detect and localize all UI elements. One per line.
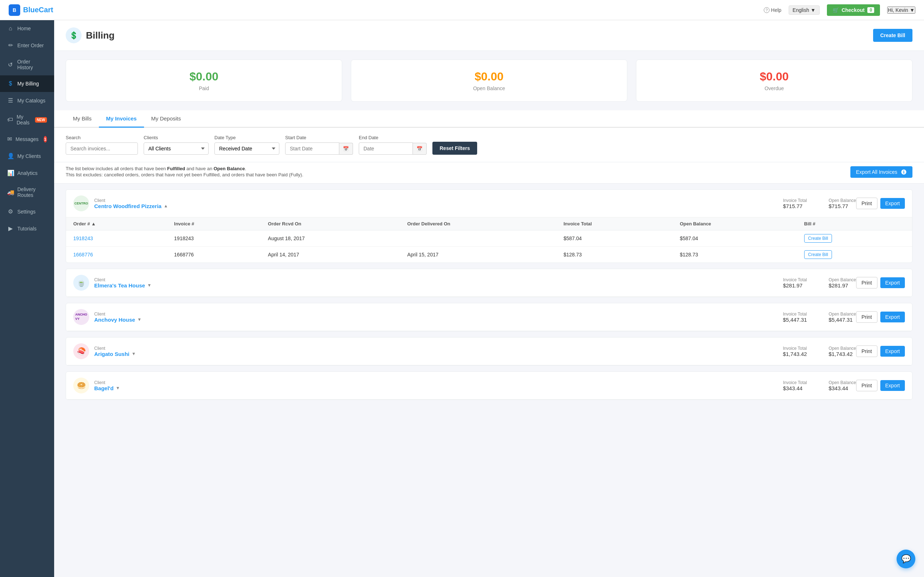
client-actions-anchovy: Print Export [856, 311, 905, 323]
start-date-calendar-button[interactable]: 📅 [339, 143, 353, 155]
clients-label: Clients [144, 135, 208, 140]
sidebar-item-tutorials[interactable]: ▶ Tutorials [0, 220, 54, 237]
client-info-arigato: Client Arigato Sushi ▼ [94, 346, 783, 357]
order-link-1918243[interactable]: 1918243 [73, 235, 93, 241]
client-name-arigato[interactable]: Arigato Sushi ▼ [94, 351, 783, 357]
start-date-wrap: 📅 [285, 142, 353, 155]
invoice-list: CENTRO Client Centro Woodfired Pizzeria … [54, 189, 924, 411]
tutorials-icon: ▶ [7, 225, 14, 232]
delivery-icon: 🚚 [7, 189, 14, 196]
table-row: 1668776 1668776 April 14, 2017 April 15,… [66, 247, 912, 263]
sidebar-item-home[interactable]: ⌂ Home [0, 20, 54, 37]
create-bill-small-1668776[interactable]: Create Bill [804, 250, 832, 259]
client-stats-elmeras: Invoice Total $281.97 Open Balance $281.… [783, 277, 856, 288]
sidebar-item-messages[interactable]: ✉ Messages 1 [0, 131, 54, 148]
paid-amount: $0.00 [76, 70, 332, 83]
deals-icon: 🏷 [7, 116, 13, 123]
start-date-label: Start Date [285, 135, 353, 140]
print-button-elmeras[interactable]: Print [856, 277, 877, 288]
chat-button[interactable]: 💬 [897, 550, 915, 568]
col-invoice-total: Invoice Total [556, 218, 672, 230]
print-button-arigato[interactable]: Print [856, 345, 877, 357]
sidebar-item-enter-order[interactable]: ✏ Enter Order [0, 37, 54, 54]
sidebar-item-my-billing[interactable]: $ My Billing [0, 76, 54, 92]
client-stats-centro: Invoice Total $715.77 Open Balance $715.… [783, 198, 856, 209]
open-balance-amount: $0.00 [361, 70, 617, 83]
logo-section: B BlueCart [9, 4, 53, 16]
billing-icon: $ [7, 81, 14, 87]
clients-select[interactable]: All Clients [144, 142, 208, 155]
client-stats-bageld: Invoice Total $343.44 Open Balance $343.… [783, 380, 856, 391]
open-balance-card: $0.00 Open Balance [351, 60, 627, 102]
client-name-centro[interactable]: Centro Woodfired Pizzeria ▲ [94, 203, 783, 209]
client-group-anchovy: ANCHOVY Client Anchovy House ▼ Invoice T… [66, 303, 913, 331]
tab-my-deposits[interactable]: My Deposits [144, 110, 188, 128]
sidebar-item-analytics[interactable]: 📊 Analytics [0, 164, 54, 181]
user-menu-button[interactable]: Hi, Kevin ▼ [887, 6, 915, 14]
sidebar-label-messages: Messages [16, 136, 39, 142]
print-button-bageld[interactable]: Print [856, 380, 877, 391]
rcvd-date-1668776: April 14, 2017 [261, 247, 400, 263]
export-button-arigato[interactable]: Export [880, 346, 905, 357]
client-header-elmeras: 🍵 Client Elmera's Tea House ▼ Invoice To… [66, 269, 912, 297]
table-row: 1918243 1918243 August 18, 2017 $587.04 … [66, 230, 912, 247]
sidebar-item-my-catalogs[interactable]: ☰ My Catalogs [0, 92, 54, 109]
export-button-elmeras[interactable]: Export [880, 277, 905, 288]
info-line2: This list excludes: cancelled orders, or… [66, 172, 303, 177]
create-bill-small-1918243[interactable]: Create Bill [804, 234, 832, 243]
help-label: Help [771, 7, 782, 13]
date-type-select[interactable]: Received Date [215, 142, 279, 155]
client-name-bageld[interactable]: Bagel'd ▼ [94, 385, 783, 391]
chevron-down-icon: ▼ [116, 385, 120, 390]
client-avatar-bageld: 🥯 [73, 377, 89, 393]
client-stats-arigato: Invoice Total $1,743.42 Open Balance $1,… [783, 346, 856, 357]
client-header-centro: CENTRO Client Centro Woodfired Pizzeria … [66, 190, 912, 218]
print-button-centro[interactable]: Print [856, 198, 877, 209]
create-bill-button[interactable]: Create Bill [873, 29, 913, 42]
export-all-invoices-button[interactable]: Export All Invoices ℹ [850, 166, 913, 178]
tab-my-bills[interactable]: My Bills [66, 110, 99, 128]
paid-card: $0.00 Paid [66, 60, 342, 102]
main-layout: ⌂ Home ✏ Enter Order ↺ Order History $ M… [0, 20, 924, 577]
help-icon: ? [764, 7, 769, 13]
sidebar-label-delivery-routes: Delivery Routes [17, 187, 47, 198]
checkout-count: 0 [867, 7, 874, 13]
chevron-down-icon: ▼ [811, 7, 816, 13]
client-actions-arigato: Print Export [856, 345, 905, 357]
home-icon: ⌂ [7, 25, 14, 32]
end-date-calendar-button[interactable]: 📅 [413, 143, 426, 155]
sidebar-item-my-deals[interactable]: 🏷 My Deals NEW [0, 109, 54, 131]
sidebar-item-my-clients[interactable]: 👤 My Clients [0, 148, 54, 164]
checkout-button[interactable]: 🛒 Checkout 0 [827, 4, 880, 16]
search-group: Search [66, 135, 138, 155]
tab-my-invoices[interactable]: My Invoices [99, 110, 144, 128]
order-link-1668776[interactable]: 1668776 [73, 252, 93, 258]
start-date-input[interactable] [285, 142, 339, 155]
client-info-centro: Client Centro Woodfired Pizzeria ▲ [94, 198, 783, 209]
client-name-anchovy[interactable]: Anchovy House ▼ [94, 317, 783, 323]
export-all-label: Export All Invoices [856, 169, 897, 175]
sidebar-item-delivery-routes[interactable]: 🚚 Delivery Routes [0, 181, 54, 203]
export-button-anchovy[interactable]: Export [880, 311, 905, 322]
help-link[interactable]: ? Help [764, 7, 782, 13]
search-input[interactable] [66, 142, 138, 155]
sidebar-item-order-history[interactable]: ↺ Order History [0, 54, 54, 76]
print-button-anchovy[interactable]: Print [856, 311, 877, 323]
overdue-amount: $0.00 [646, 70, 902, 83]
language-button[interactable]: English ▼ [789, 5, 820, 15]
export-button-centro[interactable]: Export [880, 198, 905, 209]
overdue-card: $0.00 Overdue [636, 60, 913, 102]
lang-label: English [793, 7, 809, 13]
page-title: Billing [86, 30, 115, 41]
client-name-elmeras[interactable]: Elmera's Tea House ▼ [94, 282, 783, 288]
sidebar-item-settings[interactable]: ⚙ Settings [0, 203, 54, 220]
export-button-bageld[interactable]: Export [880, 380, 905, 391]
tabs: My Bills My Invoices My Deposits [54, 110, 924, 128]
reset-filters-button[interactable]: Reset Filters [432, 142, 477, 155]
client-actions-centro: Print Export [856, 198, 905, 209]
logo[interactable]: B BlueCart [9, 4, 53, 16]
date-type-group: Date Type Received Date [215, 135, 279, 155]
client-actions-elmeras: Print Export [856, 277, 905, 288]
end-date-input[interactable] [359, 142, 413, 155]
client-group-centro: CENTRO Client Centro Woodfired Pizzeria … [66, 189, 913, 263]
